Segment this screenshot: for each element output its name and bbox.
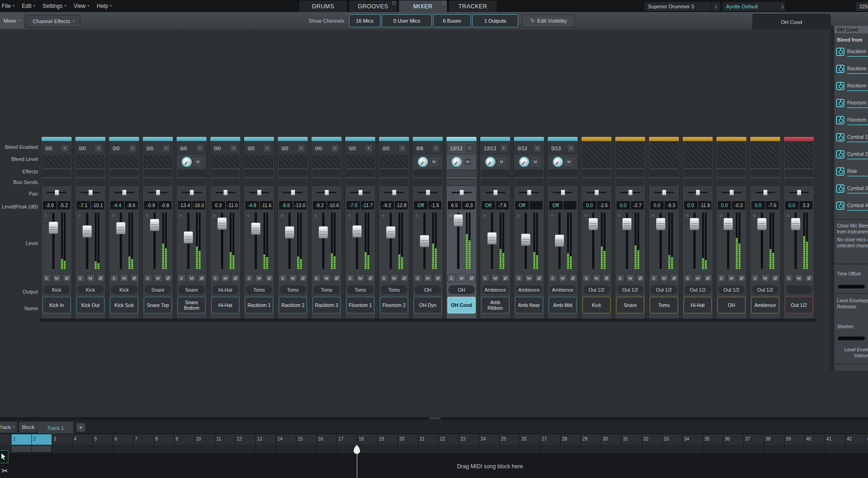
pan-slider[interactable] bbox=[211, 187, 239, 198]
pan-slider[interactable] bbox=[785, 187, 813, 198]
phase-button[interactable]: Ø bbox=[434, 274, 442, 282]
pan-slider[interactable] bbox=[447, 187, 476, 198]
output-assignment[interactable]: Kick bbox=[111, 285, 137, 294]
level-value[interactable]: Off bbox=[515, 201, 529, 209]
effects-slot[interactable] bbox=[515, 170, 543, 177]
track-tab[interactable]: Track 1 bbox=[37, 421, 74, 434]
mute-button[interactable]: M bbox=[323, 274, 331, 282]
channel-name[interactable]: Snare Top bbox=[144, 297, 172, 313]
bleed-enabled-cell[interactable]: 0/0▾ bbox=[312, 142, 341, 154]
level-value[interactable]: -8.6 bbox=[279, 201, 293, 209]
chevron-down-icon[interactable]: ▾ bbox=[365, 144, 373, 152]
chevron-down-icon[interactable]: ▾ bbox=[533, 144, 541, 152]
bleed-item-slider[interactable] bbox=[847, 193, 868, 194]
solo-button[interactable]: S bbox=[582, 274, 591, 282]
fader-knob[interactable] bbox=[588, 218, 598, 230]
channel-strip[interactable]: 0.0-7.60SMØOut 1/2Ambience bbox=[750, 136, 781, 319]
effects-slot[interactable] bbox=[751, 170, 779, 177]
effects-slot[interactable] bbox=[447, 170, 476, 177]
output-assignment[interactable]: Ambience bbox=[516, 285, 542, 294]
fader-knob[interactable] bbox=[453, 214, 463, 227]
bleed-enabled-cell[interactable]: 8/8▾ bbox=[414, 142, 442, 154]
phase-button[interactable]: Ø bbox=[636, 274, 645, 282]
fader-knob[interactable] bbox=[521, 233, 531, 246]
level-value[interactable]: Off bbox=[414, 201, 428, 209]
channel-name[interactable]: Kick Out bbox=[76, 297, 104, 313]
bleed-mute-button[interactable]: M bbox=[194, 158, 202, 165]
bus-sends-slot[interactable] bbox=[481, 179, 509, 186]
phase-button[interactable]: Ø bbox=[130, 274, 139, 282]
power-icon[interactable] bbox=[836, 150, 844, 159]
effects-slot[interactable] bbox=[717, 170, 746, 177]
effects-slot[interactable] bbox=[481, 170, 509, 177]
channel-strip[interactable]: 0/0▾-7.0-11.70SMØTomsFloortom 1 bbox=[345, 136, 376, 319]
chevron-down-icon[interactable]: ▾ bbox=[500, 144, 507, 152]
bleed-enabled-cell[interactable]: 0/0▾ bbox=[76, 142, 104, 154]
filter-6-buses[interactable]: 6 Buses bbox=[433, 14, 471, 27]
output-assignment[interactable]: Out 1/2 bbox=[651, 285, 677, 294]
fader-knob[interactable] bbox=[791, 218, 801, 230]
chevron-down-icon[interactable]: ▾ bbox=[331, 144, 339, 152]
output-assignment[interactable]: Snare bbox=[178, 285, 205, 294]
solo-button[interactable]: S bbox=[43, 274, 51, 282]
chevron-down-icon[interactable]: ▾ bbox=[263, 144, 271, 152]
effects-slot[interactable] bbox=[76, 170, 104, 177]
mute-button[interactable]: M bbox=[593, 274, 601, 282]
pan-slider[interactable] bbox=[481, 187, 509, 198]
pan-slider[interactable] bbox=[751, 187, 779, 198]
pan-handle[interactable] bbox=[763, 190, 768, 196]
bleed-enabled-cell[interactable]: 0/0▾ bbox=[110, 142, 138, 154]
channel-strip[interactable]: 0/0▾-7.1-10.10SMØKickKick Out bbox=[75, 136, 106, 319]
fader-knob[interactable] bbox=[386, 226, 396, 239]
fader-track[interactable] bbox=[322, 213, 324, 269]
output-assignment[interactable]: Out 1/2 bbox=[617, 285, 643, 294]
bus-sends-slot[interactable] bbox=[245, 179, 273, 186]
output-assignment[interactable]: OH bbox=[415, 285, 441, 294]
level-value[interactable]: 0.0 bbox=[650, 201, 664, 209]
bleed-level-knob[interactable] bbox=[418, 157, 428, 167]
channel-strip[interactable]: 0.0-2.60SMØOut 1/2Kick bbox=[581, 136, 612, 319]
level-value[interactable]: Off bbox=[549, 201, 562, 209]
solo-button[interactable]: S bbox=[515, 274, 523, 282]
effects-slot[interactable] bbox=[582, 170, 611, 177]
level-value[interactable]: -7.0 bbox=[347, 201, 360, 209]
channel-name[interactable]: Snare bbox=[616, 297, 644, 313]
chevron-down-icon[interactable]: ▾ bbox=[466, 144, 474, 152]
peak-value[interactable]: -7.6 bbox=[496, 201, 509, 209]
mute-button[interactable]: M bbox=[795, 274, 803, 282]
channel-strip[interactable]: 13/13▾M6.5-0.30SMØOHOH Cond bbox=[446, 136, 477, 319]
fader-knob[interactable] bbox=[82, 225, 92, 238]
pan-handle[interactable] bbox=[122, 190, 127, 196]
fader-knob[interactable] bbox=[318, 226, 328, 239]
channel-strip[interactable]: 6/6▾M-13.4-16.00SMØSnareSnare Bottom bbox=[176, 136, 207, 319]
strips-scroll-shelf[interactable] bbox=[40, 319, 816, 322]
chevron-down-icon[interactable]: ▾ bbox=[61, 144, 69, 152]
pan-handle[interactable] bbox=[729, 190, 734, 196]
phase-button[interactable]: Ø bbox=[805, 274, 813, 282]
pan-slider[interactable] bbox=[245, 187, 273, 198]
bus-sends-slot[interactable] bbox=[785, 179, 813, 186]
channel-strip[interactable]: 0.0-11.80SMØOut 1/2Hi-Hat bbox=[682, 136, 713, 319]
channel-strip[interactable]: 0/0▾-0.9-0.80SMØSnareSnare Top bbox=[142, 136, 173, 319]
bleed-level-knob[interactable] bbox=[452, 157, 462, 167]
pan-slider[interactable] bbox=[110, 187, 138, 198]
mixer-view-dropdown[interactable]: Mixer ▾ bbox=[0, 13, 24, 29]
bus-sends-slot[interactable] bbox=[144, 179, 172, 186]
add-track-button[interactable]: + bbox=[76, 423, 86, 432]
fader-knob[interactable] bbox=[690, 218, 699, 230]
chevron-down-icon[interactable]: ▾ bbox=[230, 144, 238, 152]
effects-slot[interactable] bbox=[110, 170, 138, 177]
bus-sends-slot[interactable] bbox=[447, 179, 476, 186]
output-assignment[interactable]: Out 1/2 bbox=[583, 285, 610, 294]
effects-slot[interactable] bbox=[245, 170, 273, 177]
channel-name[interactable]: Snare Bottom bbox=[177, 297, 206, 313]
peak-value[interactable]: -9.3 bbox=[665, 201, 678, 209]
peak-value[interactable]: -0.3 bbox=[732, 201, 746, 209]
effects-slot[interactable] bbox=[279, 170, 307, 177]
solo-button[interactable]: S bbox=[785, 274, 793, 282]
level-value[interactable]: -4.8 bbox=[245, 201, 259, 209]
fader-knob[interactable] bbox=[150, 219, 159, 231]
menu-edit[interactable]: Edit▾ bbox=[22, 3, 35, 9]
pan-handle[interactable] bbox=[459, 190, 464, 196]
bleed-mute-button[interactable]: M bbox=[430, 158, 438, 165]
